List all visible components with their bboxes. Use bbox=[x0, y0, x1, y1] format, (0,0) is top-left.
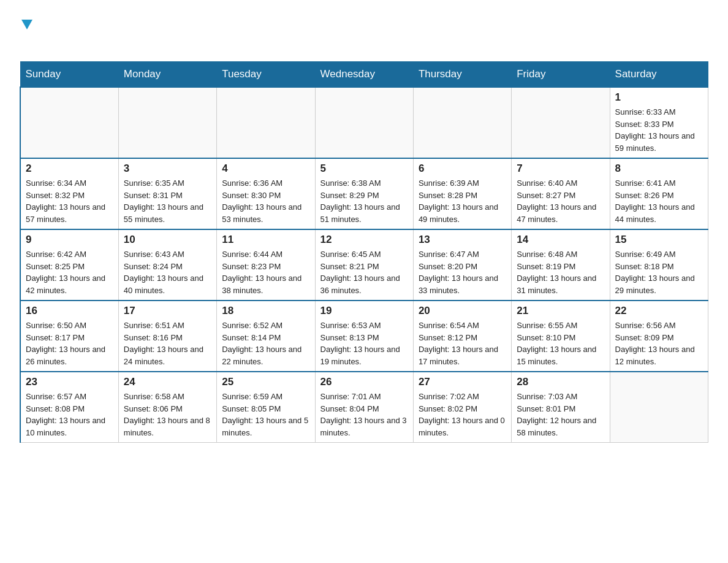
calendar-cell: 27Sunrise: 7:02 AMSunset: 8:02 PMDayligh… bbox=[413, 372, 511, 443]
calendar-cell bbox=[217, 87, 315, 158]
calendar-cell bbox=[118, 87, 216, 158]
calendar-cell: 4Sunrise: 6:36 AMSunset: 8:30 PMDaylight… bbox=[217, 158, 315, 229]
calendar-week-5: 23Sunrise: 6:57 AMSunset: 8:08 PMDayligh… bbox=[20, 372, 708, 443]
day-info: Sunrise: 6:50 AMSunset: 8:17 PMDaylight:… bbox=[26, 320, 113, 367]
day-info: Sunrise: 7:01 AMSunset: 8:04 PMDaylight:… bbox=[320, 391, 408, 439]
calendar-cell: 28Sunrise: 7:03 AMSunset: 8:01 PMDayligh… bbox=[512, 372, 610, 443]
calendar-week-4: 16Sunrise: 6:50 AMSunset: 8:17 PMDayligh… bbox=[20, 301, 708, 372]
day-info: Sunrise: 6:56 AMSunset: 8:09 PMDaylight:… bbox=[615, 320, 703, 367]
day-number: 10 bbox=[124, 234, 211, 246]
calendar-cell: 25Sunrise: 6:59 AMSunset: 8:05 PMDayligh… bbox=[217, 372, 315, 443]
calendar-week-2: 2Sunrise: 6:34 AMSunset: 8:32 PMDaylight… bbox=[20, 158, 708, 229]
day-info: Sunrise: 6:44 AMSunset: 8:23 PMDaylight:… bbox=[222, 248, 309, 296]
day-number: 16 bbox=[26, 305, 113, 317]
day-number: 23 bbox=[26, 376, 113, 388]
calendar-cell bbox=[413, 87, 511, 158]
day-number: 2 bbox=[26, 163, 113, 175]
day-info: Sunrise: 6:45 AMSunset: 8:21 PMDaylight:… bbox=[320, 248, 408, 296]
calendar-cell: 22Sunrise: 6:56 AMSunset: 8:09 PMDayligh… bbox=[610, 301, 708, 372]
calendar-cell bbox=[20, 87, 118, 158]
calendar-cell: 2Sunrise: 6:34 AMSunset: 8:32 PMDaylight… bbox=[20, 158, 118, 229]
day-number: 1 bbox=[615, 91, 703, 104]
day-info: Sunrise: 6:39 AMSunset: 8:28 PMDaylight:… bbox=[419, 177, 506, 225]
day-number: 9 bbox=[26, 234, 113, 246]
day-info: Sunrise: 6:34 AMSunset: 8:32 PMDaylight:… bbox=[26, 177, 113, 225]
day-number: 15 bbox=[615, 234, 703, 246]
calendar-cell: 3Sunrise: 6:35 AMSunset: 8:31 PMDaylight… bbox=[118, 158, 216, 229]
day-number: 17 bbox=[124, 305, 211, 317]
calendar-table: SundayMondayTuesdayWednesdayThursdayFrid… bbox=[20, 61, 708, 443]
calendar-cell: 18Sunrise: 6:52 AMSunset: 8:14 PMDayligh… bbox=[217, 301, 315, 372]
day-number: 12 bbox=[320, 234, 408, 246]
day-number: 25 bbox=[222, 376, 309, 388]
day-number: 24 bbox=[124, 376, 211, 388]
day-info: Sunrise: 6:36 AMSunset: 8:30 PMDaylight:… bbox=[222, 177, 309, 225]
day-number: 5 bbox=[320, 163, 408, 175]
day-info: Sunrise: 6:42 AMSunset: 8:25 PMDaylight:… bbox=[26, 248, 113, 296]
day-number: 11 bbox=[222, 234, 309, 246]
day-info: Sunrise: 6:52 AMSunset: 8:14 PMDaylight:… bbox=[222, 320, 309, 367]
day-number: 18 bbox=[222, 305, 309, 317]
day-number: 22 bbox=[615, 305, 703, 317]
weekday-header-tuesday: Tuesday bbox=[217, 62, 315, 88]
day-number: 20 bbox=[419, 305, 506, 317]
calendar-week-1: 1Sunrise: 6:33 AMSunset: 8:33 PMDaylight… bbox=[20, 87, 708, 158]
weekday-header-monday: Monday bbox=[118, 62, 216, 88]
day-info: Sunrise: 6:43 AMSunset: 8:24 PMDaylight:… bbox=[124, 248, 211, 296]
svg-marker-0 bbox=[21, 20, 32, 29]
day-info: Sunrise: 6:33 AMSunset: 8:33 PMDaylight:… bbox=[615, 106, 703, 154]
calendar-cell bbox=[315, 87, 413, 158]
calendar-cell: 20Sunrise: 6:54 AMSunset: 8:12 PMDayligh… bbox=[413, 301, 511, 372]
day-info: Sunrise: 6:59 AMSunset: 8:05 PMDaylight:… bbox=[222, 391, 309, 439]
weekday-header-wednesday: Wednesday bbox=[315, 62, 413, 88]
day-number: 14 bbox=[517, 234, 604, 246]
day-number: 6 bbox=[419, 163, 506, 175]
calendar-cell: 21Sunrise: 6:55 AMSunset: 8:10 PMDayligh… bbox=[512, 301, 610, 372]
day-info: Sunrise: 6:54 AMSunset: 8:12 PMDaylight:… bbox=[419, 320, 506, 367]
day-info: Sunrise: 6:41 AMSunset: 8:26 PMDaylight:… bbox=[615, 177, 703, 225]
day-info: Sunrise: 7:02 AMSunset: 8:02 PMDaylight:… bbox=[419, 391, 506, 439]
page-header bbox=[20, 15, 708, 50]
day-number: 28 bbox=[517, 376, 604, 388]
calendar-cell: 19Sunrise: 6:53 AMSunset: 8:13 PMDayligh… bbox=[315, 301, 413, 372]
calendar-header-row: SundayMondayTuesdayWednesdayThursdayFrid… bbox=[20, 62, 708, 88]
day-info: Sunrise: 6:53 AMSunset: 8:13 PMDaylight:… bbox=[320, 320, 408, 367]
calendar-cell: 16Sunrise: 6:50 AMSunset: 8:17 PMDayligh… bbox=[20, 301, 118, 372]
calendar-cell: 6Sunrise: 6:39 AMSunset: 8:28 PMDaylight… bbox=[413, 158, 511, 229]
logo-triangle-icon bbox=[21, 17, 32, 33]
day-info: Sunrise: 6:48 AMSunset: 8:19 PMDaylight:… bbox=[517, 248, 604, 296]
calendar-cell: 24Sunrise: 6:58 AMSunset: 8:06 PMDayligh… bbox=[118, 372, 216, 443]
calendar-cell: 17Sunrise: 6:51 AMSunset: 8:16 PMDayligh… bbox=[118, 301, 216, 372]
calendar-cell: 1Sunrise: 6:33 AMSunset: 8:33 PMDaylight… bbox=[610, 87, 708, 158]
weekday-header-sunday: Sunday bbox=[20, 62, 118, 88]
calendar-cell: 15Sunrise: 6:49 AMSunset: 8:18 PMDayligh… bbox=[610, 229, 708, 301]
day-number: 19 bbox=[320, 305, 408, 317]
day-number: 21 bbox=[517, 305, 604, 317]
weekday-header-saturday: Saturday bbox=[610, 62, 708, 88]
calendar-cell: 9Sunrise: 6:42 AMSunset: 8:25 PMDaylight… bbox=[20, 229, 118, 301]
calendar-cell: 11Sunrise: 6:44 AMSunset: 8:23 PMDayligh… bbox=[217, 229, 315, 301]
calendar-cell bbox=[610, 372, 708, 443]
calendar-cell: 5Sunrise: 6:38 AMSunset: 8:29 PMDaylight… bbox=[315, 158, 413, 229]
calendar-cell: 7Sunrise: 6:40 AMSunset: 8:27 PMDaylight… bbox=[512, 158, 610, 229]
day-number: 4 bbox=[222, 163, 309, 175]
calendar-cell: 10Sunrise: 6:43 AMSunset: 8:24 PMDayligh… bbox=[118, 229, 216, 301]
day-number: 7 bbox=[517, 163, 604, 175]
day-info: Sunrise: 7:03 AMSunset: 8:01 PMDaylight:… bbox=[517, 391, 604, 439]
day-number: 13 bbox=[419, 234, 506, 246]
day-number: 3 bbox=[124, 163, 211, 175]
day-info: Sunrise: 6:47 AMSunset: 8:20 PMDaylight:… bbox=[419, 248, 506, 296]
weekday-header-thursday: Thursday bbox=[413, 62, 511, 88]
day-info: Sunrise: 6:35 AMSunset: 8:31 PMDaylight:… bbox=[124, 177, 211, 225]
logo bbox=[20, 15, 32, 50]
calendar-cell: 13Sunrise: 6:47 AMSunset: 8:20 PMDayligh… bbox=[413, 229, 511, 301]
day-number: 26 bbox=[320, 376, 408, 388]
day-info: Sunrise: 6:58 AMSunset: 8:06 PMDaylight:… bbox=[124, 391, 211, 439]
day-number: 27 bbox=[419, 376, 506, 388]
calendar-cell: 14Sunrise: 6:48 AMSunset: 8:19 PMDayligh… bbox=[512, 229, 610, 301]
calendar-cell bbox=[512, 87, 610, 158]
day-number: 8 bbox=[615, 163, 703, 175]
weekday-header-friday: Friday bbox=[512, 62, 610, 88]
calendar-cell: 23Sunrise: 6:57 AMSunset: 8:08 PMDayligh… bbox=[20, 372, 118, 443]
day-info: Sunrise: 6:57 AMSunset: 8:08 PMDaylight:… bbox=[26, 391, 113, 439]
